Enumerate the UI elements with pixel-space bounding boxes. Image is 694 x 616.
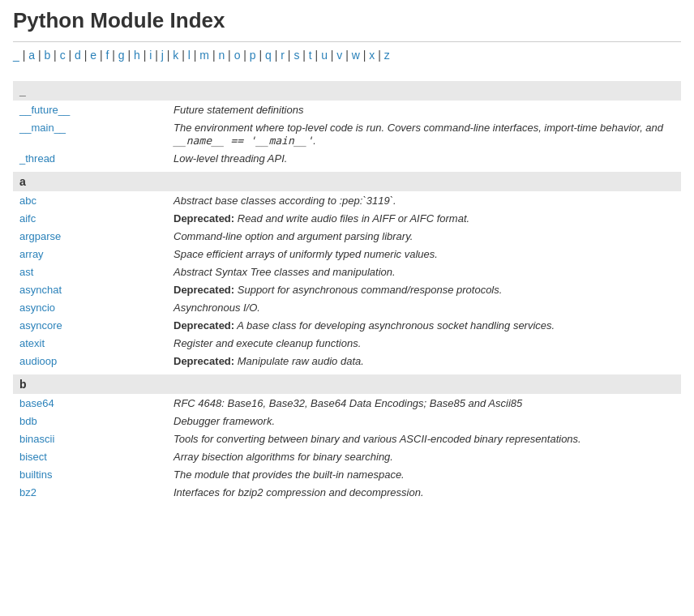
table-row: arraySpace efficient arrays of uniformly… — [13, 245, 681, 263]
table-row: aifcDeprecated: Read and write audio fil… — [13, 209, 681, 227]
module-table: ___future__Future statement definitions_… — [13, 81, 681, 501]
module-description: Array bisection algorithms for binary se… — [167, 447, 681, 465]
module-description: Abstract Syntax Tree classes and manipul… — [167, 263, 681, 280]
nav-link-d[interactable]: d — [75, 49, 81, 62]
section-label: a — [13, 172, 681, 191]
module-link[interactable]: _thread — [19, 152, 55, 165]
module-link[interactable]: __main__ — [19, 122, 66, 134]
table-row: atexitRegister and execute cleanup funct… — [13, 334, 681, 352]
table-row: __future__Future statement definitions — [13, 101, 681, 118]
module-name-cell: __main__ — [13, 118, 167, 149]
nav-link-w[interactable]: w — [352, 49, 360, 62]
module-description: Future statement definitions — [167, 101, 681, 118]
table-row: binasciiTools for converting between bin… — [13, 430, 681, 447]
nav-separator: | — [96, 49, 105, 62]
module-link[interactable]: bz2 — [19, 486, 36, 498]
nav-separator: | — [66, 49, 75, 62]
nav-link-_[interactable]: _ — [13, 49, 19, 62]
nav-separator: | — [225, 49, 233, 62]
module-link[interactable]: bdb — [19, 415, 37, 427]
nav-separator: | — [240, 49, 249, 62]
nav-separator: | — [152, 49, 161, 62]
module-description: Tools for converting between binary and … — [167, 430, 681, 447]
module-link[interactable]: audioop — [19, 355, 57, 367]
module-link[interactable]: asynchat — [19, 284, 62, 296]
nav-link-e[interactable]: e — [90, 49, 96, 62]
section-header-b: b — [13, 374, 681, 394]
nav-link-h[interactable]: h — [134, 49, 140, 62]
module-name-cell: asyncio — [13, 298, 167, 316]
module-name-cell: aifc — [13, 209, 167, 227]
module-link[interactable]: atexit — [19, 337, 45, 349]
nav-link-p[interactable]: p — [250, 49, 256, 62]
section-header-a: a — [13, 172, 681, 191]
nav-separator: | — [178, 49, 187, 62]
module-link[interactable]: __future__ — [19, 104, 70, 116]
nav-link-u[interactable]: u — [321, 49, 328, 62]
module-link[interactable]: argparse — [19, 230, 61, 242]
module-name-cell: bisect — [13, 447, 167, 465]
module-name-cell: builtins — [13, 465, 167, 483]
nav-link-m[interactable]: m — [199, 49, 209, 62]
section-header-_: _ — [13, 81, 681, 101]
table-row: abcAbstract base classes according to :p… — [13, 191, 681, 209]
module-description: Asynchronous I/O. — [167, 298, 681, 316]
nav-link-g[interactable]: g — [118, 49, 125, 62]
nav-separator: | — [256, 49, 265, 62]
nav-separator: | — [375, 49, 383, 62]
module-description: Low-level threading API. — [167, 149, 681, 167]
module-name-cell: abc — [13, 191, 167, 209]
module-name-cell: asyncore — [13, 316, 167, 334]
table-row: audioopDeprecated: Manipulate raw audio … — [13, 352, 681, 370]
module-description: Abstract base classes according to :pep:… — [167, 191, 681, 209]
nav-link-c[interactable]: c — [60, 49, 66, 62]
nav-separator: | — [328, 49, 336, 62]
module-name-cell: atexit — [13, 334, 167, 352]
module-link[interactable]: ast — [19, 266, 33, 278]
module-link[interactable]: base64 — [19, 397, 54, 409]
nav-separator: | — [299, 49, 308, 62]
module-description: Command-line option and argument parsing… — [167, 227, 681, 245]
module-name-cell: bdb — [13, 412, 167, 430]
table-row: asynchatDeprecated: Support for asynchro… — [13, 280, 681, 298]
module-link[interactable]: abc — [19, 195, 36, 207]
module-link[interactable]: binascii — [19, 433, 54, 445]
nav-separator: | — [81, 49, 90, 62]
module-description: Space efficient arrays of uniformly type… — [167, 245, 681, 263]
module-link[interactable]: aifc — [19, 212, 36, 225]
module-description: Deprecated: Manipulate raw audio data. — [167, 352, 681, 370]
nav-separator: | — [50, 49, 59, 62]
page-title: Python Module Index — [13, 8, 681, 33]
module-description: Deprecated: Support for asynchronous com… — [167, 280, 681, 298]
module-description: Interfaces for bzip2 compression and dec… — [167, 483, 681, 501]
module-description: Debugger framework. — [167, 412, 681, 430]
nav-separator: | — [272, 49, 281, 62]
module-name-cell: _thread — [13, 149, 167, 167]
nav-separator: | — [125, 49, 134, 62]
nav-separator: | — [109, 49, 118, 62]
module-name-cell: audioop — [13, 352, 167, 370]
section-label: _ — [13, 81, 681, 101]
nav-separator: | — [360, 49, 369, 62]
table-row: bz2Interfaces for bzip2 compression and … — [13, 483, 681, 501]
module-link[interactable]: array — [19, 248, 44, 260]
nav-link-a[interactable]: a — [28, 49, 35, 62]
module-description: The environment where top-level code is … — [167, 118, 681, 149]
module-link[interactable]: asyncore — [19, 319, 62, 332]
table-row: asyncoreDeprecated: A base class for dev… — [13, 316, 681, 334]
table-row: base64RFC 4648: Base16, Base32, Base64 D… — [13, 394, 681, 412]
module-link[interactable]: bisect — [19, 451, 47, 463]
nav-link-z[interactable]: z — [384, 49, 390, 62]
nav-separator: | — [191, 49, 199, 62]
section-label: b — [13, 374, 681, 394]
table-row: builtinsThe module that provides the bui… — [13, 465, 681, 483]
module-link[interactable]: asyncio — [19, 302, 55, 314]
module-name-cell: base64 — [13, 394, 167, 412]
module-name-cell: asynchat — [13, 280, 167, 298]
nav-separator: | — [312, 49, 321, 62]
module-link[interactable]: builtins — [19, 468, 52, 481]
table-row: _threadLow-level threading API. — [13, 149, 681, 167]
module-description: Deprecated: A base class for developing … — [167, 316, 681, 334]
nav-link-q[interactable]: q — [265, 49, 272, 62]
module-name-cell: binascii — [13, 430, 167, 447]
